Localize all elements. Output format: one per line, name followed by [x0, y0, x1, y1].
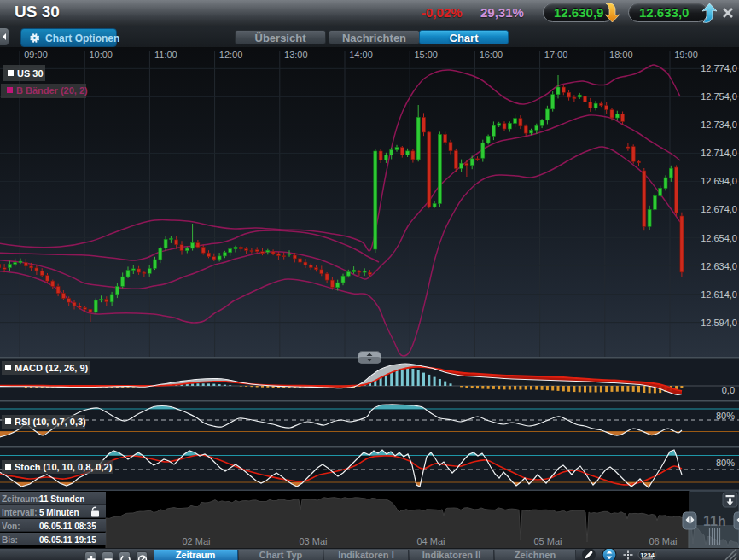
svg-text:09:00: 09:00	[24, 50, 48, 60]
svg-text:0,0: 0,0	[722, 385, 735, 395]
svg-text:19:00: 19:00	[674, 50, 698, 60]
svg-text:17:00: 17:00	[544, 50, 568, 60]
svg-text:12.694,0: 12.694,0	[701, 176, 737, 186]
svg-text:12.634,0: 12.634,0	[701, 261, 737, 271]
svg-text:11h: 11h	[703, 514, 726, 528]
svg-text:12.754,0: 12.754,0	[701, 91, 737, 102]
svg-text:12.614,0: 12.614,0	[701, 289, 737, 300]
svg-text:13:00: 13:00	[284, 50, 308, 60]
svg-text:18:00: 18:00	[609, 50, 633, 60]
svg-text:04 Mai: 04 Mai	[416, 536, 445, 546]
svg-text:12.654,0: 12.654,0	[701, 233, 737, 243]
svg-text:12.594,0: 12.594,0	[701, 318, 737, 328]
svg-text:Stoch (10, 10, 0,8, 0,2): Stoch (10, 10, 0,8, 0,2)	[15, 462, 113, 472]
svg-text:12:00: 12:00	[219, 50, 243, 60]
svg-text:12.674,0: 12.674,0	[701, 204, 737, 214]
svg-text:RSI (10, 0,7, 0,3): RSI (10, 0,7, 0,3)	[15, 417, 86, 427]
svg-text:12.714,0: 12.714,0	[701, 148, 737, 158]
svg-text:05 Mai: 05 Mai	[533, 536, 562, 546]
svg-text:02 Mai: 02 Mai	[182, 536, 210, 546]
svg-text:B Bänder (20, 2): B Bänder (20, 2)	[16, 85, 88, 96]
svg-text:14:00: 14:00	[349, 50, 373, 60]
svg-text:80%: 80%	[716, 411, 735, 421]
svg-text:12.774,0: 12.774,0	[701, 63, 737, 73]
svg-text:06 Mai: 06 Mai	[649, 536, 677, 546]
svg-text:MACD (12, 26, 9): MACD (12, 26, 9)	[15, 363, 89, 373]
svg-text:16:00: 16:00	[480, 50, 503, 60]
svg-text:03 Mai: 03 Mai	[299, 536, 327, 546]
svg-text:12.734,0: 12.734,0	[701, 120, 737, 130]
svg-text:15:00: 15:00	[414, 50, 438, 60]
svg-text:80%: 80%	[716, 458, 735, 468]
svg-text:10:00: 10:00	[89, 50, 113, 60]
svg-text:11:00: 11:00	[154, 50, 177, 60]
svg-text:1234: 1234	[640, 551, 655, 559]
svg-text:US 30: US 30	[17, 68, 44, 79]
